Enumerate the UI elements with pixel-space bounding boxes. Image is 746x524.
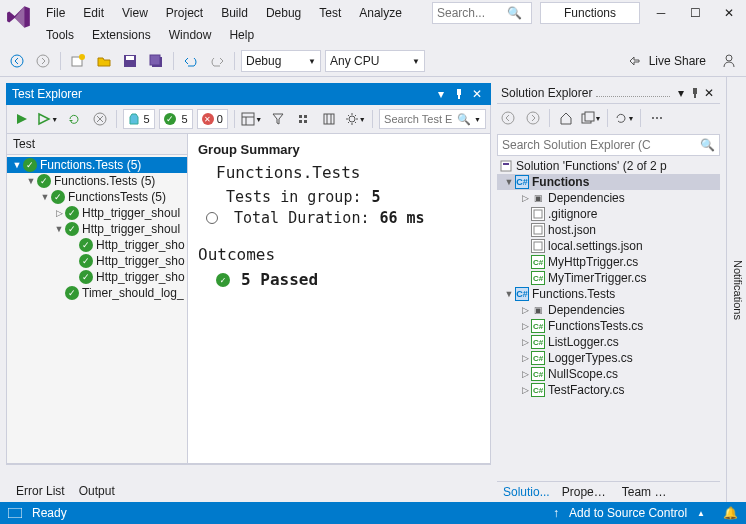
vs-logo-icon [6, 4, 32, 30]
test-tree-row[interactable]: ✓Http_trigger_sho [7, 253, 187, 269]
se-row[interactable]: ▼C#Functions [497, 174, 720, 190]
stop-button[interactable] [89, 108, 111, 130]
se-row[interactable]: C#MyTimerTrigger.cs [497, 270, 720, 286]
liveshare-label[interactable]: Live Share [649, 54, 706, 68]
bottom-tab-error-list[interactable]: Error List [16, 484, 65, 498]
svg-rect-5 [126, 56, 134, 60]
svg-point-14 [349, 116, 355, 122]
se-row[interactable]: ▷C#NullScope.cs [497, 366, 720, 382]
se-scroll[interactable] [497, 469, 720, 481]
solution-root[interactable]: Solution 'Functions' (2 of 2 p [497, 158, 720, 174]
se-tab[interactable]: Team E... [616, 482, 676, 502]
se-row[interactable]: ▷▣Dependencies [497, 302, 720, 318]
new-project-button[interactable] [67, 50, 89, 72]
se-home-button[interactable] [555, 107, 577, 129]
menu-analyze[interactable]: Analyze [351, 2, 410, 24]
source-control-up-icon[interactable]: ↑ [553, 506, 559, 520]
test-tree-row[interactable]: ✓Http_trigger_sho [7, 237, 187, 253]
config-dropdown[interactable]: Debug▼ [241, 50, 321, 72]
group-button[interactable] [293, 108, 315, 130]
se-row[interactable]: ▷C#LoggerTypes.cs [497, 350, 720, 366]
total-tests-pill[interactable]: 5 [123, 109, 154, 129]
test-tree-row[interactable]: ✓Http_trigger_sho [7, 269, 187, 285]
notifications-tab[interactable]: Notifications [726, 77, 746, 502]
save-button[interactable] [119, 50, 141, 72]
svg-point-18 [527, 112, 539, 124]
menu-project[interactable]: Project [158, 2, 211, 24]
test-explorer-toolbar: ▼ 5 ✓5 ✕0 ▼ ▼ 🔍▼ [6, 105, 491, 134]
undo-button[interactable] [180, 50, 202, 72]
run-all-button[interactable] [11, 108, 33, 130]
se-tab[interactable]: Propert... [556, 482, 616, 502]
panel-close-button[interactable]: ✕ [702, 86, 716, 100]
panel-menu-button[interactable]: ▾ [674, 86, 688, 100]
solution-tree[interactable]: Solution 'Functions' (2 of 2 p ▼C#Functi… [497, 158, 720, 469]
columns-button[interactable] [318, 108, 340, 130]
se-tab[interactable]: Solutio... [497, 482, 556, 502]
title-search[interactable]: 🔍 [432, 2, 532, 24]
panel-pin-button[interactable] [451, 86, 467, 102]
se-row[interactable]: ▷C#ListLogger.cs [497, 334, 720, 350]
notifications-bell-icon[interactable]: 🔔 [723, 506, 738, 520]
test-tree[interactable]: ▼✓Functions.Tests (5)▼✓Functions.Tests (… [7, 155, 187, 463]
repeat-button[interactable] [63, 108, 85, 130]
menu-debug[interactable]: Debug [258, 2, 309, 24]
panel-close-button[interactable]: ✕ [469, 86, 485, 102]
menu-tools[interactable]: Tools [38, 24, 82, 46]
test-tree-row[interactable]: ▼✓FunctionsTests (5) [7, 189, 187, 205]
liveshare-icon[interactable] [623, 50, 645, 72]
close-button[interactable]: ✕ [716, 2, 742, 24]
se-row[interactable]: ▷C#FunctionsTests.cs [497, 318, 720, 334]
settings-button[interactable]: ▼ [344, 108, 366, 130]
test-tree-row[interactable]: ▼✓Functions.Tests (5) [7, 157, 187, 173]
panel-menu-button[interactable]: ▾ [433, 86, 449, 102]
filter-button[interactable] [267, 108, 289, 130]
se-back-button[interactable] [497, 107, 519, 129]
add-source-control[interactable]: Add to Source Control [569, 506, 687, 520]
se-refresh-button[interactable]: ▼ [613, 107, 635, 129]
se-fwd-button[interactable] [522, 107, 544, 129]
se-search-input[interactable] [502, 138, 700, 152]
menu-test[interactable]: Test [311, 2, 349, 24]
save-all-button[interactable] [145, 50, 167, 72]
menu-edit[interactable]: Edit [75, 2, 112, 24]
redo-button[interactable] [206, 50, 228, 72]
bottom-tab-output[interactable]: Output [79, 484, 115, 498]
menu-extensions[interactable]: Extensions [84, 24, 159, 46]
test-search[interactable]: 🔍▼ [379, 109, 486, 129]
admin-icon[interactable] [718, 50, 740, 72]
se-row[interactable]: .gitignore [497, 206, 720, 222]
test-tree-row[interactable]: ▼✓Functions.Tests (5) [7, 173, 187, 189]
test-tree-row[interactable]: ▷✓Http_trigger_shoul [7, 205, 187, 221]
se-row[interactable]: ▷C#TestFactory.cs [497, 382, 720, 398]
run-button[interactable]: ▼ [37, 108, 59, 130]
test-tree-row[interactable]: ▼✓Http_trigger_shoul [7, 221, 187, 237]
platform-dropdown[interactable]: Any CPU▼ [325, 50, 425, 72]
passed-tests-pill[interactable]: ✓5 [159, 109, 193, 129]
se-row[interactable]: local.settings.json [497, 238, 720, 254]
se-row[interactable]: ▷▣Dependencies [497, 190, 720, 206]
menu-build[interactable]: Build [213, 2, 256, 24]
se-row[interactable]: host.json [497, 222, 720, 238]
se-more-button[interactable]: ⋯ [646, 107, 668, 129]
panel-pin-button[interactable] [688, 86, 702, 100]
test-tree-row[interactable]: ✓Timer_should_log_ [7, 285, 187, 301]
menu-help[interactable]: Help [221, 24, 262, 46]
se-row[interactable]: ▼C#Functions.Tests [497, 286, 720, 302]
menu-file[interactable]: File [38, 2, 73, 24]
maximize-button[interactable]: ☐ [682, 2, 708, 24]
se-search[interactable]: 🔍 [497, 134, 720, 156]
scroll-strip[interactable] [6, 464, 491, 480]
open-button[interactable] [93, 50, 115, 72]
minimize-button[interactable]: ─ [648, 2, 674, 24]
nav-back-button[interactable] [6, 50, 28, 72]
se-row[interactable]: C#MyHttpTrigger.cs [497, 254, 720, 270]
view-button[interactable]: ▼ [241, 108, 263, 130]
failed-tests-pill[interactable]: ✕0 [197, 109, 228, 129]
test-search-input[interactable] [384, 113, 454, 125]
se-switch-button[interactable]: ▼ [580, 107, 602, 129]
menu-view[interactable]: View [114, 2, 156, 24]
title-search-input[interactable] [437, 6, 507, 20]
menu-window[interactable]: Window [161, 24, 220, 46]
nav-fwd-button[interactable] [32, 50, 54, 72]
